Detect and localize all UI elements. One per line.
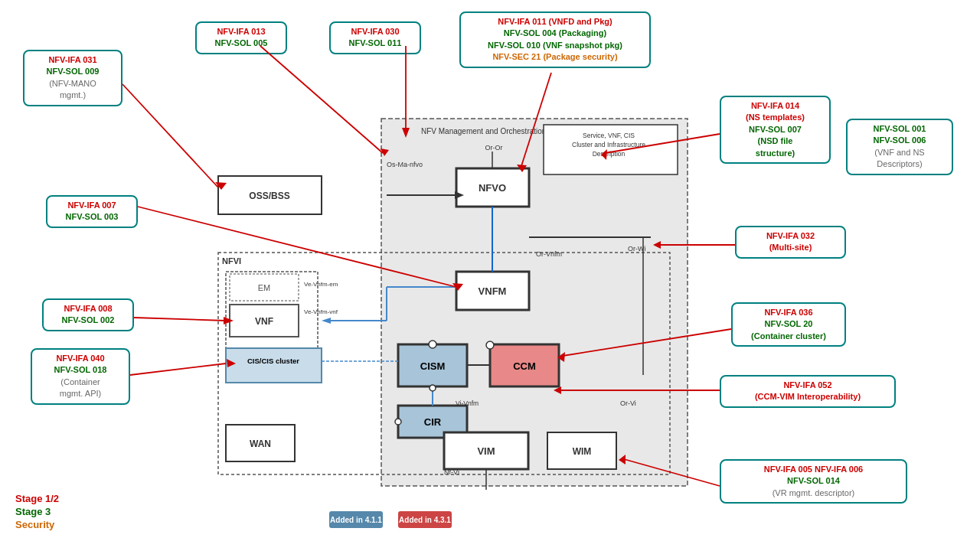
legend-item-411: Added in 4.1.1	[329, 511, 383, 528]
c7-line1: NFV-IFA 007	[54, 200, 130, 211]
mano-label: NFV Management and Orchestration (NFV-MA…	[421, 127, 594, 135]
svg-text:WIM: WIM	[573, 446, 592, 457]
callout-c7: NFV-IFA 007 NFV-SOL 003	[46, 195, 138, 228]
legend: Added in 4.1.1 Added in 4.3.1	[329, 511, 452, 528]
svg-text:VIM: VIM	[477, 445, 495, 457]
c6-line3: (VNF and NS	[854, 147, 946, 158]
c6-line4: Descriptors)	[854, 158, 946, 170]
c9-line2: NFV-SOL 002	[50, 315, 126, 326]
svg-marker-62	[381, 148, 389, 156]
svg-text:CIR: CIR	[424, 416, 442, 428]
main-diagram: Stage 1/2 Stage 3 Security NFV-IFA 031 N…	[0, 0, 980, 551]
callout-c1: NFV-IFA 031 NFV-SOL 009 (NFV-MANO mgmt.)	[23, 50, 122, 106]
callout-c2: NFV-IFA 013 NFV-SOL 005	[195, 21, 287, 54]
c13-line2: NFV-SOL 014	[727, 475, 900, 487]
c11-line3: (Container	[38, 377, 122, 388]
svg-text:CIS/CIS cluster: CIS/CIS cluster	[247, 357, 299, 365]
c11-line4: mgmt. API)	[38, 388, 122, 399]
svg-point-57	[395, 419, 401, 425]
c5-line4: (NSD file	[727, 135, 823, 147]
svg-rect-32	[444, 432, 528, 469]
svg-line-59	[122, 84, 218, 187]
stage12-label: Stage 1/2	[15, 493, 59, 504]
svg-marker-80	[554, 386, 561, 394]
c13-line3: (VR mgmt. descriptor)	[727, 487, 900, 499]
svg-line-75	[563, 329, 731, 356]
svg-marker-82	[619, 455, 626, 465]
svg-text:Or-Or: Or-Or	[485, 144, 503, 152]
callout-c13: NFV-IFA 005 NFV-IFA 006 NFV-SOL 014 (VR …	[720, 459, 907, 504]
svg-marker-51	[455, 191, 464, 199]
svg-marker-49	[322, 318, 331, 324]
c9-line1: NFV-IFA 008	[50, 303, 126, 315]
c11-line2: NFV-SOL 018	[38, 364, 122, 376]
svg-text:CCM: CCM	[513, 360, 536, 372]
legend-box-blue: Added in 4.1.1	[329, 511, 383, 528]
svg-rect-5	[218, 253, 670, 474]
c4-line2: NFV-SOL 004 (Packaging)	[467, 28, 643, 39]
svg-line-77	[130, 364, 226, 375]
svg-text:VNF: VNF	[255, 316, 273, 327]
svg-rect-1	[544, 125, 678, 174]
svg-text:Ve-Vnfm-vnf: Ve-Vnfm-vnf	[304, 308, 338, 315]
c5-line2: (NS templates)	[727, 112, 823, 123]
svg-line-61	[260, 46, 383, 153]
svg-marker-72	[653, 241, 661, 249]
svg-text:Description: Description	[593, 150, 626, 158]
svg-rect-18	[230, 274, 299, 301]
c2-line1: NFV-IFA 013	[203, 26, 279, 37]
svg-marker-70	[452, 283, 463, 291]
svg-marker-64	[402, 128, 410, 138]
svg-text:Nf-Vi: Nf-Vi	[444, 468, 459, 476]
svg-line-69	[138, 207, 456, 287]
c5-line5: structure)	[727, 148, 823, 159]
legend-box-red: Added in 4.3.1	[398, 511, 452, 528]
c13-line1: NFV-IFA 005 NFV-IFA 006	[727, 464, 900, 475]
svg-text:NFVI: NFVI	[222, 256, 241, 266]
c10-line2: NFV-SOL 20	[739, 318, 838, 330]
svg-text:Or-Wi: Or-Wi	[628, 245, 646, 253]
svg-text:VNFM: VNFM	[479, 285, 507, 297]
svg-line-65	[521, 73, 551, 168]
c11-line1: NFV-IFA 040	[38, 353, 122, 364]
svg-rect-34	[547, 432, 616, 469]
svg-line-73	[134, 318, 226, 321]
c6-line1: NFV-SOL 001	[854, 123, 946, 135]
c7-line2: NFV-SOL 003	[54, 211, 130, 223]
svg-marker-74	[224, 317, 234, 324]
stage3-label: Stage 3	[15, 506, 59, 517]
svg-line-67	[605, 134, 720, 153]
c8-line1: NFV-IFA 032	[743, 230, 838, 242]
svg-point-58	[486, 341, 494, 349]
c2-line2: NFV-SOL 005	[203, 37, 279, 49]
svg-rect-8	[218, 176, 322, 214]
svg-marker-76	[557, 352, 565, 362]
svg-point-55	[429, 341, 436, 348]
svg-text:NFVO: NFVO	[479, 182, 506, 194]
svg-marker-68	[601, 149, 607, 160]
svg-rect-36	[226, 425, 295, 461]
c3-line2: NFV-SOL 011	[337, 37, 413, 49]
svg-rect-20	[230, 305, 299, 337]
svg-text:OSS/BSS: OSS/BSS	[249, 191, 289, 201]
svg-text:Or-Vnfm: Or-Vnfm	[536, 250, 562, 258]
legend-item-431: Added in 4.3.1	[398, 511, 452, 528]
svg-text:Cluster and Infrastructure: Cluster and Infrastructure	[572, 141, 645, 148]
callout-c5: NFV-IFA 014 (NS templates) NFV-SOL 007 (…	[720, 96, 831, 164]
c12-line2: (CCM-VIM Interoperability)	[727, 391, 888, 403]
svg-text:WAN: WAN	[250, 439, 271, 449]
callout-c6: NFV-SOL 001 NFV-SOL 006 (VNF and NS Desc…	[846, 119, 953, 175]
svg-rect-26	[398, 344, 467, 386]
c10-line3: (Container cluster)	[739, 331, 838, 342]
svg-text:Os-Ma-nfvo: Os-Ma-nfvo	[387, 161, 423, 168]
c4-line4: NFV-SEC 21 (Package security)	[467, 51, 643, 63]
svg-rect-28	[490, 344, 559, 386]
c5-line3: NFV-SOL 007	[727, 124, 823, 135]
c3-line1: NFV-IFA 030	[337, 26, 413, 37]
c4-line1: NFV-IFA 011 (VNFD and Pkg)	[467, 16, 643, 28]
callout-c10: NFV-IFA 036 NFV-SOL 20 (Container cluste…	[731, 302, 846, 347]
c8-line2: (Multi-site)	[743, 242, 838, 253]
callout-c3: NFV-IFA 030 NFV-SOL 011	[329, 21, 421, 54]
svg-line-81	[624, 459, 720, 486]
svg-rect-7	[226, 272, 318, 364]
